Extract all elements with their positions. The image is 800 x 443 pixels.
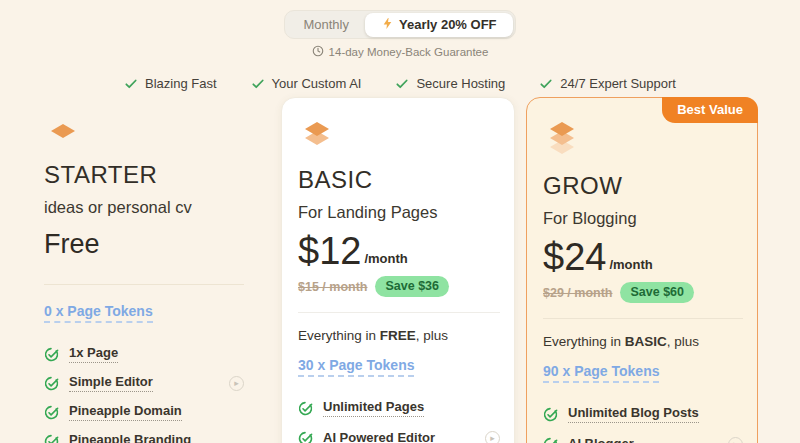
layers-icon-one <box>44 121 244 151</box>
toggle-monthly-label: Monthly <box>303 17 349 32</box>
tokens-link[interactable]: 0 x Page Tokens <box>44 303 153 323</box>
plan-price-period: /month <box>364 251 407 266</box>
includes-line: Everything in FREE, plus <box>298 328 500 343</box>
toggle-monthly[interactable]: Monthly <box>287 13 365 36</box>
feature-label[interactable]: Pineapple Domain <box>69 403 182 421</box>
guarantee-text: 14-day Money-Back Guarantee <box>329 46 489 58</box>
expand-chevron-icon[interactable]: ▸ <box>728 437 743 443</box>
best-value-badge: Best Value <box>662 97 758 123</box>
billing-period-toggle[interactable]: Monthly Yearly 20% OFF <box>284 10 515 39</box>
check-circle-icon <box>543 437 558 443</box>
plan-price: $12 <box>298 232 361 270</box>
highlight-label: Your Custom AI <box>272 76 362 91</box>
feature-item: Pineapple Domain <box>44 403 244 421</box>
check-circle-icon <box>44 347 59 362</box>
highlight-label: Secure Hosting <box>416 76 505 91</box>
check-circle-icon <box>44 434 59 443</box>
check-circle-icon <box>298 401 313 416</box>
feature-label[interactable]: AI Powered Editor <box>323 430 435 443</box>
spark-icon <box>381 17 394 33</box>
highlight-item: Blazing Fast <box>124 76 217 91</box>
feature-label[interactable]: Pineapple Branding <box>69 432 191 443</box>
check-circle-icon <box>543 407 558 422</box>
plan-price: $24 <box>543 238 606 276</box>
toggle-yearly-label: Yearly 20% OFF <box>399 17 497 32</box>
tokens-link[interactable]: 30 x Page Tokens <box>298 357 414 377</box>
old-price: $15 / month <box>298 280 367 294</box>
plan-card-starter: STARTER ideas or personal cv Free 0 x Pa… <box>20 97 270 443</box>
divider <box>543 318 743 319</box>
highlight-item: Your Custom AI <box>251 76 362 91</box>
feature-label[interactable]: Unlimited Pages <box>323 399 424 417</box>
feature-item: AI Blogger ▸ <box>543 436 743 443</box>
feature-item: AI Powered Editor ▸ <box>298 430 500 443</box>
feature-item: Simple Editor ▸ <box>44 374 244 392</box>
tokens-link[interactable]: 90 x Page Tokens <box>543 363 659 383</box>
plan-price-period: /month <box>609 257 652 272</box>
save-badge: Save $36 <box>375 276 449 297</box>
plan-title: BASIC <box>298 166 500 194</box>
check-icon <box>539 77 553 91</box>
divider <box>298 312 500 313</box>
plan-price: Free <box>44 229 244 260</box>
feature-item: Unlimited Pages <box>298 399 500 417</box>
highlights-row: Blazing Fast Your Custom AI Secure Hosti… <box>0 76 800 91</box>
plan-tagline: ideas or personal cv <box>44 198 244 217</box>
check-circle-icon <box>44 376 59 391</box>
highlight-item: Secure Hosting <box>395 76 505 91</box>
check-icon <box>251 77 265 91</box>
clock-icon <box>312 45 324 59</box>
plan-tagline: For Landing Pages <box>298 203 500 222</box>
feature-label[interactable]: Simple Editor <box>69 374 153 392</box>
check-icon <box>395 77 409 91</box>
layers-icon-three <box>543 120 743 162</box>
toggle-yearly[interactable]: Yearly 20% OFF <box>365 13 513 37</box>
old-price: $29 / month <box>543 286 612 300</box>
highlight-label: 24/7 Expert Support <box>560 76 676 91</box>
check-icon <box>124 77 138 91</box>
feature-item: Unlimited Blog Posts <box>543 405 743 423</box>
plan-title: STARTER <box>44 161 244 189</box>
plan-card-grow: Best Value GROW For Blogging $24 /month … <box>526 97 758 443</box>
includes-line: Everything in BASIC, plus <box>543 334 743 349</box>
divider <box>44 284 244 285</box>
highlight-label: Blazing Fast <box>145 76 217 91</box>
save-badge: Save $60 <box>620 282 694 303</box>
feature-label[interactable]: AI Blogger <box>568 436 634 443</box>
plan-card-basic: BASIC For Landing Pages $12 /month $15 /… <box>281 97 515 443</box>
check-circle-icon <box>298 431 313 443</box>
feature-item: 1x Page <box>44 345 244 363</box>
expand-chevron-icon[interactable]: ▸ <box>485 431 500 443</box>
highlight-item: 24/7 Expert Support <box>539 76 676 91</box>
feature-item: Pineapple Branding <box>44 432 244 443</box>
plan-title: GROW <box>543 172 743 200</box>
plan-tagline: For Blogging <box>543 209 743 228</box>
check-circle-icon <box>44 405 59 420</box>
feature-label[interactable]: Unlimited Blog Posts <box>568 405 699 423</box>
layers-icon-two <box>298 120 500 156</box>
expand-chevron-icon[interactable]: ▸ <box>229 376 244 391</box>
feature-label[interactable]: 1x Page <box>69 345 118 363</box>
